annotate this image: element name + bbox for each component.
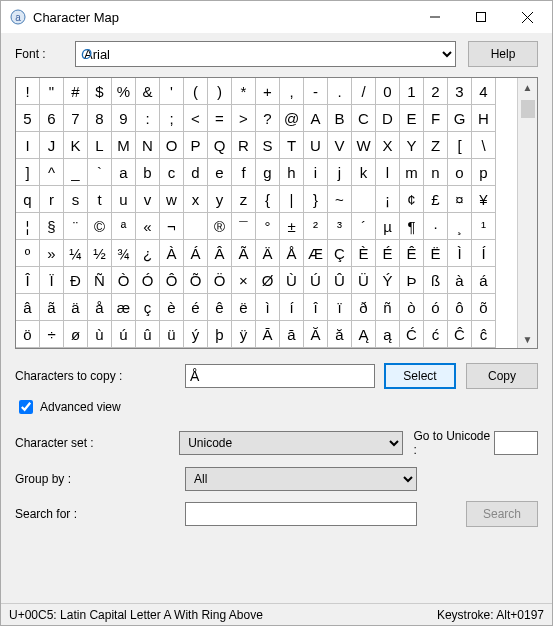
character-cell[interactable]: â (16, 294, 40, 321)
character-cell[interactable]: p (472, 159, 496, 186)
close-button[interactable] (504, 2, 550, 32)
minimize-button[interactable] (412, 2, 458, 32)
character-cell[interactable]: W (352, 132, 376, 159)
character-cell[interactable]: ą (376, 321, 400, 348)
character-cell[interactable]: J (40, 132, 64, 159)
character-cell[interactable]: a (112, 159, 136, 186)
character-cell[interactable]: l (376, 159, 400, 186)
character-cell[interactable]: þ (208, 321, 232, 348)
character-cell[interactable]: Û (328, 267, 352, 294)
character-cell[interactable]: ~ (328, 186, 352, 213)
character-cell[interactable]: ò (400, 294, 424, 321)
character-cell[interactable]: Ü (352, 267, 376, 294)
character-cell[interactable]: ù (88, 321, 112, 348)
character-cell[interactable]: } (304, 186, 328, 213)
character-cell[interactable]: ĉ (472, 321, 496, 348)
character-cell[interactable]: | (280, 186, 304, 213)
character-cell[interactable]: Ä (256, 240, 280, 267)
character-cell[interactable]: ¿ (136, 240, 160, 267)
character-cell[interactable]: ô (448, 294, 472, 321)
character-cell[interactable]: x (184, 186, 208, 213)
character-cell[interactable]: ² (304, 213, 328, 240)
select-button[interactable]: Select (384, 363, 456, 389)
character-cell[interactable]: Ó (136, 267, 160, 294)
character-cell[interactable]: Ê (400, 240, 424, 267)
character-cell[interactable]: Z (424, 132, 448, 159)
character-cell[interactable] (352, 186, 376, 213)
character-cell[interactable]: Æ (304, 240, 328, 267)
character-cell[interactable]: û (136, 321, 160, 348)
character-cell[interactable]: ° (256, 213, 280, 240)
advanced-view-checkbox[interactable]: Advanced view (15, 397, 538, 417)
character-cell[interactable]: y (208, 186, 232, 213)
character-cell[interactable]: ð (352, 294, 376, 321)
character-cell[interactable]: Ö (208, 267, 232, 294)
character-cell[interactable]: é (184, 294, 208, 321)
character-cell[interactable]: q (16, 186, 40, 213)
character-cell[interactable]: ß (424, 267, 448, 294)
character-cell[interactable]: ý (184, 321, 208, 348)
character-cell[interactable]: - (304, 78, 328, 105)
character-cell[interactable]: ± (280, 213, 304, 240)
character-cell[interactable]: < (184, 105, 208, 132)
character-cell[interactable]: ç (136, 294, 160, 321)
character-cell[interactable]: @ (280, 105, 304, 132)
character-cell[interactable]: / (352, 78, 376, 105)
character-cell[interactable]: Õ (184, 267, 208, 294)
character-cell[interactable]: X (376, 132, 400, 159)
character-cell[interactable]: H (472, 105, 496, 132)
character-cell[interactable]: ã (40, 294, 64, 321)
character-cell[interactable]: z (232, 186, 256, 213)
character-cell[interactable]: ' (160, 78, 184, 105)
character-cell[interactable]: Â (208, 240, 232, 267)
maximize-button[interactable] (458, 2, 504, 32)
character-cell[interactable]: I (16, 132, 40, 159)
character-cell[interactable]: ï (328, 294, 352, 321)
character-cell[interactable]: ¶ (400, 213, 424, 240)
character-cell[interactable]: Á (184, 240, 208, 267)
character-cell[interactable]: º (16, 240, 40, 267)
character-cell[interactable]: [ (448, 132, 472, 159)
character-cell[interactable]: N (136, 132, 160, 159)
character-cell[interactable]: Ç (328, 240, 352, 267)
character-cell[interactable]: c (160, 159, 184, 186)
character-cell[interactable]: ê (208, 294, 232, 321)
character-cell[interactable]: À (160, 240, 184, 267)
character-cell[interactable]: ³ (328, 213, 352, 240)
character-cell[interactable]: Ã (232, 240, 256, 267)
character-cell[interactable]: $ (88, 78, 112, 105)
character-grid[interactable]: !"#$%&'()*+,-./0123456789:;<=>?@ABCDEFGH… (16, 78, 517, 348)
character-cell[interactable]: Ù (280, 267, 304, 294)
character-cell[interactable]: 1 (400, 78, 424, 105)
character-cell[interactable]: £ (424, 186, 448, 213)
character-cell[interactable]: Ă (304, 321, 328, 348)
character-cell[interactable]: C (352, 105, 376, 132)
character-cell[interactable]: F (424, 105, 448, 132)
character-cell[interactable]: ¹ (472, 213, 496, 240)
character-cell[interactable]: Þ (400, 267, 424, 294)
character-cell[interactable]: ´ (352, 213, 376, 240)
character-cell[interactable]: ¥ (472, 186, 496, 213)
character-cell[interactable]: Ô (160, 267, 184, 294)
character-cell[interactable]: É (376, 240, 400, 267)
characters-to-copy-input[interactable] (185, 364, 375, 388)
character-cell[interactable]: ¦ (16, 213, 40, 240)
character-cell[interactable]: " (40, 78, 64, 105)
character-cell[interactable]: + (256, 78, 280, 105)
character-cell[interactable]: ¡ (376, 186, 400, 213)
character-cell[interactable]: u (112, 186, 136, 213)
character-cell[interactable]: ć (424, 321, 448, 348)
character-cell[interactable]: õ (472, 294, 496, 321)
character-cell[interactable]: P (184, 132, 208, 159)
character-cell[interactable]: . (328, 78, 352, 105)
character-cell[interactable]: j (328, 159, 352, 186)
character-cell[interactable]: « (136, 213, 160, 240)
character-cell[interactable]: ] (16, 159, 40, 186)
character-cell[interactable]: ¢ (400, 186, 424, 213)
help-button[interactable]: Help (468, 41, 538, 67)
character-cell[interactable]: ® (208, 213, 232, 240)
character-cell[interactable]: ì (256, 294, 280, 321)
character-cell[interactable]: o (448, 159, 472, 186)
character-cell[interactable]: 8 (88, 105, 112, 132)
character-cell[interactable]: Ï (40, 267, 64, 294)
